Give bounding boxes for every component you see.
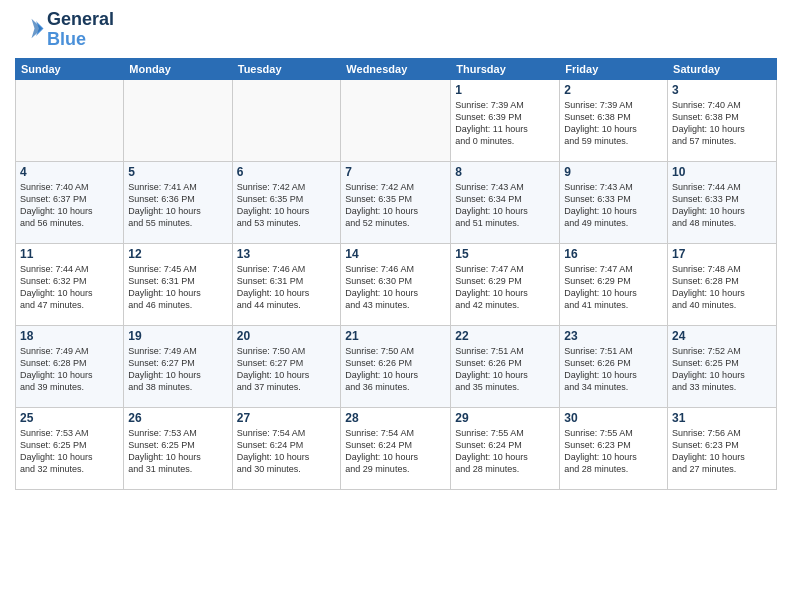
day-number: 22 [455,329,555,343]
day-number: 25 [20,411,119,425]
day-number: 2 [564,83,663,97]
day-number: 27 [237,411,337,425]
day-number: 20 [237,329,337,343]
week-row-2: 4Sunrise: 7:40 AM Sunset: 6:37 PM Daylig… [16,161,777,243]
day-info: Sunrise: 7:53 AM Sunset: 6:25 PM Dayligh… [128,427,227,476]
calendar-cell [232,79,341,161]
day-number: 6 [237,165,337,179]
calendar-cell: 21Sunrise: 7:50 AM Sunset: 6:26 PM Dayli… [341,325,451,407]
calendar-cell: 3Sunrise: 7:40 AM Sunset: 6:38 PM Daylig… [668,79,777,161]
day-info: Sunrise: 7:54 AM Sunset: 6:24 PM Dayligh… [237,427,337,476]
day-info: Sunrise: 7:49 AM Sunset: 6:28 PM Dayligh… [20,345,119,394]
day-info: Sunrise: 7:47 AM Sunset: 6:29 PM Dayligh… [455,263,555,312]
column-header-friday: Friday [560,58,668,79]
day-number: 29 [455,411,555,425]
day-info: Sunrise: 7:44 AM Sunset: 6:33 PM Dayligh… [672,181,772,230]
day-info: Sunrise: 7:54 AM Sunset: 6:24 PM Dayligh… [345,427,446,476]
week-row-5: 25Sunrise: 7:53 AM Sunset: 6:25 PM Dayli… [16,407,777,489]
calendar-cell: 30Sunrise: 7:55 AM Sunset: 6:23 PM Dayli… [560,407,668,489]
calendar-cell: 16Sunrise: 7:47 AM Sunset: 6:29 PM Dayli… [560,243,668,325]
day-info: Sunrise: 7:45 AM Sunset: 6:31 PM Dayligh… [128,263,227,312]
day-number: 7 [345,165,446,179]
day-info: Sunrise: 7:50 AM Sunset: 6:27 PM Dayligh… [237,345,337,394]
day-number: 15 [455,247,555,261]
calendar-cell: 29Sunrise: 7:55 AM Sunset: 6:24 PM Dayli… [451,407,560,489]
column-header-thursday: Thursday [451,58,560,79]
calendar-cell: 6Sunrise: 7:42 AM Sunset: 6:35 PM Daylig… [232,161,341,243]
day-info: Sunrise: 7:46 AM Sunset: 6:31 PM Dayligh… [237,263,337,312]
calendar-cell [341,79,451,161]
day-info: Sunrise: 7:47 AM Sunset: 6:29 PM Dayligh… [564,263,663,312]
calendar-cell: 10Sunrise: 7:44 AM Sunset: 6:33 PM Dayli… [668,161,777,243]
day-info: Sunrise: 7:51 AM Sunset: 6:26 PM Dayligh… [455,345,555,394]
calendar-cell: 22Sunrise: 7:51 AM Sunset: 6:26 PM Dayli… [451,325,560,407]
day-number: 19 [128,329,227,343]
calendar-cell: 11Sunrise: 7:44 AM Sunset: 6:32 PM Dayli… [16,243,124,325]
calendar-cell: 27Sunrise: 7:54 AM Sunset: 6:24 PM Dayli… [232,407,341,489]
calendar-cell: 8Sunrise: 7:43 AM Sunset: 6:34 PM Daylig… [451,161,560,243]
day-number: 30 [564,411,663,425]
calendar-cell: 1Sunrise: 7:39 AM Sunset: 6:39 PM Daylig… [451,79,560,161]
calendar-cell: 26Sunrise: 7:53 AM Sunset: 6:25 PM Dayli… [124,407,232,489]
day-info: Sunrise: 7:52 AM Sunset: 6:25 PM Dayligh… [672,345,772,394]
day-number: 31 [672,411,772,425]
page: General Blue SundayMondayTuesdayWednesda… [0,0,792,612]
day-info: Sunrise: 7:39 AM Sunset: 6:39 PM Dayligh… [455,99,555,148]
week-row-1: 1Sunrise: 7:39 AM Sunset: 6:39 PM Daylig… [16,79,777,161]
calendar-cell: 20Sunrise: 7:50 AM Sunset: 6:27 PM Dayli… [232,325,341,407]
day-info: Sunrise: 7:50 AM Sunset: 6:26 PM Dayligh… [345,345,446,394]
day-number: 21 [345,329,446,343]
calendar-cell: 19Sunrise: 7:49 AM Sunset: 6:27 PM Dayli… [124,325,232,407]
calendar-cell: 25Sunrise: 7:53 AM Sunset: 6:25 PM Dayli… [16,407,124,489]
day-number: 12 [128,247,227,261]
day-info: Sunrise: 7:43 AM Sunset: 6:33 PM Dayligh… [564,181,663,230]
calendar-cell: 7Sunrise: 7:42 AM Sunset: 6:35 PM Daylig… [341,161,451,243]
column-header-saturday: Saturday [668,58,777,79]
day-info: Sunrise: 7:39 AM Sunset: 6:38 PM Dayligh… [564,99,663,148]
day-info: Sunrise: 7:40 AM Sunset: 6:38 PM Dayligh… [672,99,772,148]
day-number: 17 [672,247,772,261]
calendar-cell: 24Sunrise: 7:52 AM Sunset: 6:25 PM Dayli… [668,325,777,407]
day-number: 28 [345,411,446,425]
calendar-cell: 2Sunrise: 7:39 AM Sunset: 6:38 PM Daylig… [560,79,668,161]
logo-icon [15,15,45,45]
logo-text: General Blue [47,10,114,50]
calendar-cell: 28Sunrise: 7:54 AM Sunset: 6:24 PM Dayli… [341,407,451,489]
column-header-sunday: Sunday [16,58,124,79]
calendar-cell: 18Sunrise: 7:49 AM Sunset: 6:28 PM Dayli… [16,325,124,407]
svg-marker-1 [32,19,43,39]
column-header-wednesday: Wednesday [341,58,451,79]
day-number: 5 [128,165,227,179]
day-info: Sunrise: 7:40 AM Sunset: 6:37 PM Dayligh… [20,181,119,230]
calendar-cell: 5Sunrise: 7:41 AM Sunset: 6:36 PM Daylig… [124,161,232,243]
calendar-cell: 9Sunrise: 7:43 AM Sunset: 6:33 PM Daylig… [560,161,668,243]
day-number: 16 [564,247,663,261]
day-info: Sunrise: 7:56 AM Sunset: 6:23 PM Dayligh… [672,427,772,476]
day-number: 23 [564,329,663,343]
calendar-cell: 31Sunrise: 7:56 AM Sunset: 6:23 PM Dayli… [668,407,777,489]
calendar-cell: 4Sunrise: 7:40 AM Sunset: 6:37 PM Daylig… [16,161,124,243]
day-number: 24 [672,329,772,343]
day-number: 14 [345,247,446,261]
day-info: Sunrise: 7:46 AM Sunset: 6:30 PM Dayligh… [345,263,446,312]
day-info: Sunrise: 7:42 AM Sunset: 6:35 PM Dayligh… [237,181,337,230]
logo: General Blue [15,10,114,50]
day-info: Sunrise: 7:55 AM Sunset: 6:23 PM Dayligh… [564,427,663,476]
day-number: 4 [20,165,119,179]
calendar-cell [124,79,232,161]
day-number: 10 [672,165,772,179]
day-info: Sunrise: 7:49 AM Sunset: 6:27 PM Dayligh… [128,345,227,394]
calendar-cell: 14Sunrise: 7:46 AM Sunset: 6:30 PM Dayli… [341,243,451,325]
calendar-cell: 13Sunrise: 7:46 AM Sunset: 6:31 PM Dayli… [232,243,341,325]
column-header-monday: Monday [124,58,232,79]
day-info: Sunrise: 7:44 AM Sunset: 6:32 PM Dayligh… [20,263,119,312]
day-number: 3 [672,83,772,97]
day-info: Sunrise: 7:43 AM Sunset: 6:34 PM Dayligh… [455,181,555,230]
day-number: 26 [128,411,227,425]
calendar-cell: 17Sunrise: 7:48 AM Sunset: 6:28 PM Dayli… [668,243,777,325]
day-number: 9 [564,165,663,179]
day-info: Sunrise: 7:41 AM Sunset: 6:36 PM Dayligh… [128,181,227,230]
day-info: Sunrise: 7:42 AM Sunset: 6:35 PM Dayligh… [345,181,446,230]
day-number: 8 [455,165,555,179]
calendar-cell: 23Sunrise: 7:51 AM Sunset: 6:26 PM Dayli… [560,325,668,407]
